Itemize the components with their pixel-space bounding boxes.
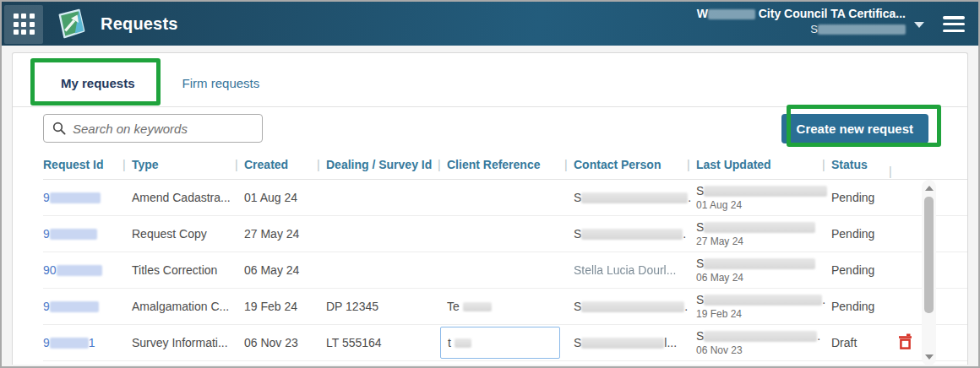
last-updated-date: 06 May 24 (696, 272, 825, 284)
account-org-line: W City Council TA Certifica... (697, 7, 906, 20)
search-input[interactable] (73, 122, 253, 136)
created-cell: 19 Feb 24 (244, 300, 326, 313)
request-id-cell[interactable]: 9 (43, 227, 132, 241)
last-updated-date: 01 Aug 24 (696, 199, 825, 211)
request-id-link[interactable]: 9 (43, 227, 50, 241)
scrollbar-thumb[interactable] (924, 197, 934, 313)
dealing-survey-cell: DP 12345 (326, 300, 447, 313)
scroll-up-icon[interactable] (922, 181, 936, 195)
actions-cell (898, 333, 923, 352)
redacted-text (581, 301, 684, 312)
scroll-down-icon[interactable] (922, 350, 936, 364)
requests-table: Request Id Type Created Dealing / Survey… (13, 149, 967, 365)
actions-cell (898, 261, 923, 279)
request-id-link[interactable]: 9 (43, 336, 50, 349)
status-cell: Pending (831, 191, 898, 204)
actions-cell (898, 188, 923, 207)
request-id-link[interactable]: 9 (43, 191, 50, 204)
type-cell: Amalgamation C... (132, 300, 244, 313)
dealing-survey-cell: LT 555164 (326, 336, 447, 349)
active-tab-underline (38, 101, 158, 105)
contact-person-cell: S. (574, 300, 696, 313)
type-cell: Titles Correction (132, 263, 244, 277)
client-reference-value: Te (447, 300, 492, 313)
last-updated-date: 19 Feb 24 (696, 308, 825, 320)
request-id-cell[interactable]: 90 (43, 263, 132, 277)
status-cell: Pending (831, 300, 898, 313)
request-id-cell[interactable]: 9 (43, 191, 132, 204)
app-header: Requests W City Council TA Certifica... … (2, 2, 978, 46)
app-grid-icon (14, 14, 35, 35)
app-launcher-button[interactable] (4, 5, 43, 44)
type-cell: Survey Informati... (132, 336, 244, 349)
created-cell: 06 May 24 (244, 263, 326, 277)
created-cell: 01 Aug 24 (244, 191, 326, 204)
contact-person-cell: Sl... (574, 336, 696, 349)
account-user-line: S (697, 23, 906, 35)
column-header-client-reference: Client Reference (447, 158, 574, 171)
delete-request-button[interactable] (898, 333, 912, 349)
client-reference-cell: Te (447, 300, 574, 313)
account-selector[interactable]: W City Council TA Certifica... S (697, 7, 906, 35)
redacted-text (704, 186, 827, 197)
last-updated-cell: S 01 Aug 24 (696, 185, 831, 211)
last-updated-cell: S 06 May 24 (696, 257, 831, 284)
column-header-request-id: Request Id (43, 158, 132, 171)
app-window: Requests W City Council TA Certifica... … (0, 0, 980, 368)
type-cell: Amend Cadastra... (132, 191, 244, 204)
status-cell: Pending (831, 227, 898, 241)
tab-bar: My requests Firm requests (13, 53, 967, 107)
redacted-text (581, 192, 688, 203)
tab-label: My requests (61, 76, 135, 90)
status-cell: Pending (831, 263, 898, 277)
table-scrollbar[interactable] (922, 180, 936, 365)
redacted-text (704, 331, 817, 342)
create-new-request-button[interactable]: Create new request (781, 114, 928, 143)
contact-person-cell: Stella Lucia Dourl... (574, 263, 696, 277)
request-id-cell[interactable]: 9 (43, 300, 132, 313)
tab-label: Firm requests (182, 76, 260, 90)
column-header-last-updated: Last Updated (696, 158, 831, 171)
actions-cell (898, 225, 923, 243)
redacted-text (50, 338, 89, 349)
table-row[interactable]: 91 Survey Informati... 06 Nov 23 LT 5551… (43, 325, 967, 361)
request-id-cell[interactable]: 91 (43, 336, 132, 349)
redacted-text (50, 301, 99, 312)
tab-my-requests[interactable]: My requests (35, 62, 161, 106)
menu-button[interactable] (943, 16, 965, 35)
redacted-text (818, 24, 906, 35)
page-title: Requests (101, 14, 178, 34)
request-id-link[interactable]: 9 (43, 300, 50, 313)
chevron-down-icon (914, 22, 924, 28)
client-reference-cell (447, 191, 574, 204)
requests-panel: My requests Firm requests Create new req… (12, 52, 968, 365)
table-row[interactable]: 9 Request Copy 27 May 24 S. S 27 May 24 … (43, 216, 967, 252)
column-header-contact-person: Contact Person (574, 158, 696, 171)
column-header-dealing-survey-id: Dealing / Survey Id (326, 158, 447, 171)
contact-person-text: Stella Lucia Dourl... (574, 263, 676, 277)
last-updated-date: 27 May 24 (696, 235, 825, 247)
last-updated-date: 06 Nov 23 (696, 344, 825, 356)
map-logo-icon (55, 8, 87, 40)
last-updated-cell: S. 19 Feb 24 (696, 294, 831, 320)
actions-cell (898, 297, 923, 316)
redacted-text (455, 338, 471, 348)
trash-icon (898, 333, 912, 349)
redacted-text (581, 338, 664, 349)
request-id-suffix[interactable]: 1 (89, 336, 95, 349)
redacted-text (704, 222, 815, 233)
contact-person-cell: S. (574, 191, 696, 204)
redacted-text (50, 192, 101, 203)
redacted-text (57, 265, 102, 276)
column-header-type: Type (132, 158, 244, 171)
table-row[interactable]: 9 Amalgamation C... 19 Feb 24 DP 12345 T… (43, 289, 967, 325)
table-row[interactable]: 90 Titles Correction 06 May 24 Stella Lu… (43, 252, 967, 289)
toolbar: Create new request (13, 107, 967, 149)
redacted-text (704, 258, 815, 269)
request-id-link[interactable]: 90 (43, 263, 57, 277)
contact-person-cell: S. (574, 227, 696, 241)
table-row[interactable]: 9 Amend Cadastra... 01 Aug 24 S. S 01 Au… (43, 180, 967, 216)
search-box[interactable] (43, 114, 263, 143)
redacted-text (704, 295, 822, 306)
tab-firm-requests[interactable]: Firm requests (161, 62, 282, 106)
